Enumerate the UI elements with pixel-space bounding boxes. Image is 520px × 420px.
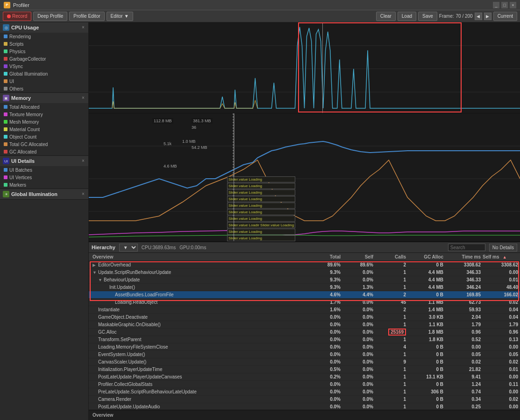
sidebar-item-ui-batches[interactable]: UI Batches: [0, 166, 88, 174]
deep-profile-button[interactable]: Deep Profile: [33, 12, 67, 21]
sidebar-item-vsync[interactable]: VSync: [0, 63, 88, 70]
row-self: 0.0%: [342, 329, 375, 335]
table-row[interactable]: Initialization.PlayerUpdateTime 0.5% 0.0…: [89, 366, 520, 373]
maximize-button[interactable]: □: [501, 2, 508, 8]
table-row[interactable]: AssetBundles.LoadFromFile 4.6% 4.4% 2 0 …: [89, 291, 520, 299]
cpu-close-button[interactable]: ×: [80, 24, 86, 30]
table-row[interactable]: PostLateUpdate.PlayerUpdateCanvases 0.2%…: [89, 373, 520, 381]
sidebar-item-texture[interactable]: Texture Memory: [0, 111, 88, 118]
expand-icon[interactable]: ▼: [93, 270, 97, 275]
table-row[interactable]: Instantiate 1.6% 0.0% 2 1.4 MB 59.93 0.0…: [89, 306, 520, 314]
self-column-header[interactable]: Self: [342, 254, 375, 259]
sidebar-item-ui-vertices[interactable]: UI Vertices: [0, 174, 88, 181]
sidebar-item-ui[interactable]: UI: [0, 77, 88, 85]
table-row[interactable]: PreLateUpdate.ScriptRunBehaviourLateUpda…: [89, 388, 520, 396]
memory-close-button[interactable]: ×: [80, 94, 86, 101]
row-selfms: 0.05: [483, 352, 520, 357]
loading-label-1: Slider.value Loading: [227, 176, 295, 182]
sidebar-item-gi[interactable]: Global Illumination: [0, 70, 88, 77]
gi-label: Global Illumination: [9, 71, 48, 77]
expand-icon[interactable]: ▶: [93, 263, 97, 267]
table-row[interactable]: Init.Update() 9.3% 1.3% 1 4.4 MB 346.24 …: [89, 284, 520, 291]
table-row[interactable]: PostLateUpdate.UpdateAudio 0.0% 0.0% 1 0…: [89, 403, 520, 410]
sidebar-item-gc-alloc[interactable]: GC Allocated: [0, 148, 88, 155]
sidebar-item-markers[interactable]: Markers: [0, 181, 88, 189]
row-gcalloc: 1.1 KB: [408, 322, 445, 327]
hierarchy-dropdown[interactable]: ▼: [119, 244, 138, 252]
sidebar-item-physics[interactable]: Physics: [0, 48, 88, 55]
sidebar-item-object[interactable]: Object Count: [0, 133, 88, 140]
object-label: Object Count: [9, 134, 36, 140]
row-selfms: 0.00: [483, 270, 520, 275]
profile-editor-button[interactable]: Profile Editor: [69, 12, 104, 21]
total-column-header[interactable]: Total: [310, 254, 342, 259]
sidebar-item-rendering[interactable]: Rendering: [0, 33, 88, 40]
row-selfms: 3308.62: [483, 262, 520, 267]
row-timems: 0.00: [445, 344, 483, 350]
row-self: 0.0%: [342, 352, 375, 357]
clear-button[interactable]: Clear: [376, 12, 396, 21]
row-name: Initialization.PlayerUpdateTime: [89, 367, 310, 372]
minimize-button[interactable]: _: [493, 2, 499, 8]
content-area: 0.00ms 66ms (1FPS) 33ms (30FPS) 16ms (60…: [89, 22, 520, 420]
memory-chart[interactable]: 112.8 MB 381.3 MB 36 1.0 MB 5.1k 54.2 MB…: [89, 113, 520, 242]
table-row[interactable]: CanvasScaler.Update() 0.0% 0.0% 9 0 B 0.…: [89, 358, 520, 366]
gcalloc-column-header[interactable]: GC Alloc: [408, 254, 445, 259]
calls-column-header[interactable]: Calls: [375, 254, 408, 259]
editor-dropdown-icon: ▼: [124, 14, 129, 19]
editor-button[interactable]: Editor ▼: [107, 12, 133, 21]
record-button[interactable]: Record: [3, 12, 31, 21]
no-details-button[interactable]: No Details: [489, 244, 517, 252]
row-calls: 1: [375, 277, 408, 282]
table-row[interactable]: Loading.ReadObject 1.7% 0.0% 45 1.1 MB 6…: [89, 299, 520, 306]
sidebar-item-gc[interactable]: GarbageCollector: [0, 55, 88, 63]
table-row[interactable]: EventSystem.Update() 0.0% 0.0% 1 0 B 0.0…: [89, 351, 520, 358]
table-row[interactable]: Profiler.CollectGlobalStats 0.0% 0.0% 1 …: [89, 381, 520, 388]
next-frame-button[interactable]: ▶: [484, 13, 492, 20]
timems-column-header[interactable]: Time ms: [445, 254, 483, 259]
row-calls: 1: [375, 285, 408, 290]
save-button[interactable]: Save: [418, 12, 437, 21]
sidebar-item-total-gc[interactable]: Total GC Allocated: [0, 140, 88, 148]
table-container[interactable]: Overview Total Self Calls GC Alloc: [89, 253, 520, 410]
ui-color: [4, 79, 7, 83]
hierarchy-search[interactable]: [448, 244, 485, 251]
table-row[interactable]: ▼ BehaviourUpdate 9.3% 0.0% 1 4.4 MB 346…: [89, 276, 520, 284]
table-row[interactable]: ▶ EditorOverhead 89.6% 89.6% 2 0 B 3308.…: [89, 261, 520, 269]
gc-alloc-color: [4, 150, 7, 154]
mem-annotation-54mb: 54.2 MB: [192, 145, 207, 150]
sidebar-item-scripts[interactable]: Scripts: [0, 40, 88, 48]
table-row[interactable]: Camera.Render 0.0% 0.0% 1 0 B 0.34 0.02: [89, 396, 520, 403]
current-button[interactable]: Current: [493, 12, 517, 21]
ui-batches-label: UI Batches: [9, 168, 32, 173]
object-color: [4, 135, 7, 139]
gi-close-button[interactable]: ×: [80, 190, 86, 197]
row-total: 0.0%: [310, 337, 342, 342]
row-calls: 1: [375, 389, 408, 394]
selfms-column-header[interactable]: Self ms ▲: [483, 254, 520, 259]
charts-area[interactable]: 0.00ms 66ms (1FPS) 33ms (30FPS) 16ms (60…: [89, 22, 520, 242]
table-row[interactable]: MaskableGraphic.OnDisable() 0.0% 0.0% 1 …: [89, 321, 520, 329]
table-row[interactable]: GC.Alloc 0.0% 0.0% 25169 1.8 MB 0.96 0.9…: [89, 329, 520, 336]
cpu-chart[interactable]: 0.00ms 66ms (1FPS) 33ms (30FPS) 16ms (60…: [89, 22, 520, 113]
gc-alloc-label: GC Allocated: [9, 149, 36, 154]
sidebar-item-others[interactable]: Others: [0, 85, 88, 92]
sidebar-item-mesh[interactable]: Mesh Memory: [0, 118, 88, 126]
row-timems: 169.85: [445, 292, 483, 297]
load-button[interactable]: Load: [398, 12, 416, 21]
table-row[interactable]: GameObject.Deactivate 0.0% 0.0% 1 3.0 KB…: [89, 314, 520, 321]
ui-close-button[interactable]: ×: [80, 157, 86, 164]
row-calls: 1: [375, 352, 408, 357]
table-row[interactable]: ▼ Update.ScriptRunBehaviourUpdate 9.3% 0…: [89, 269, 520, 276]
close-button[interactable]: ×: [510, 2, 516, 8]
table-row[interactable]: Loading.MemoryFileSystemClose 0.0% 0.0% …: [89, 343, 520, 351]
prev-frame-button[interactable]: ◀: [475, 13, 482, 20]
row-self: 0.0%: [342, 322, 375, 327]
table-row[interactable]: Transform.SetParent 0.0% 0.0% 1 1.8 KB 0…: [89, 336, 520, 343]
expand-icon[interactable]: ▼: [98, 278, 103, 282]
sidebar-item-total-alloc[interactable]: Total Allocated: [0, 103, 88, 111]
row-gcalloc: 13.1 KB: [408, 374, 445, 379]
row-name: Instantiate: [89, 307, 310, 312]
ui-details-icon: UI: [3, 158, 9, 164]
sidebar-item-material[interactable]: Material Count: [0, 126, 88, 133]
